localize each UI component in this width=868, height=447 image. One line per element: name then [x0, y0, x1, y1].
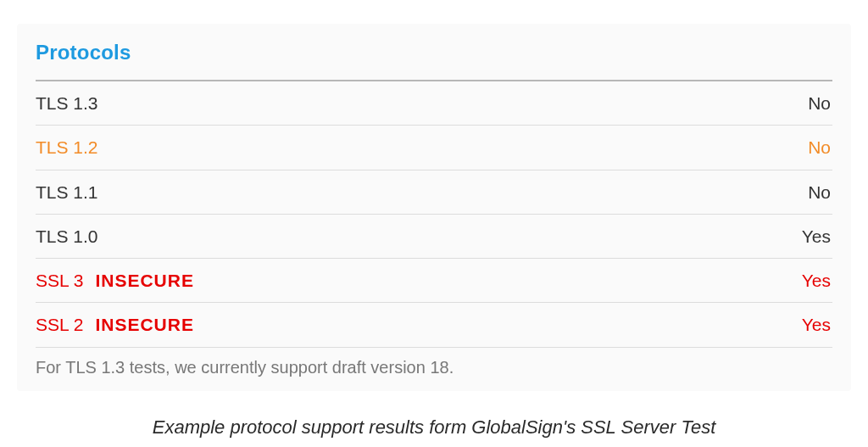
protocol-label: SSL 3 INSECURE [36, 269, 194, 292]
protocol-row: SSL 3 INSECURE Yes [36, 259, 832, 303]
protocol-row: TLS 1.3 No [36, 81, 832, 126]
protocol-row: TLS 1.0 Yes [36, 215, 832, 259]
protocol-label: TLS 1.3 [36, 92, 98, 115]
protocol-name: SSL 3 [36, 269, 83, 292]
insecure-badge: INSECURE [95, 269, 194, 292]
protocol-name: TLS 1.1 [36, 181, 98, 204]
insecure-badge: INSECURE [95, 313, 194, 336]
protocol-label: TLS 1.0 [36, 225, 98, 248]
protocol-value: Yes [802, 225, 831, 248]
protocol-row: SSL 2 INSECURE Yes [36, 303, 832, 347]
protocol-name: TLS 1.3 [36, 92, 98, 115]
protocol-name: SSL 2 [36, 313, 83, 336]
protocol-row: TLS 1.2 No [36, 126, 832, 170]
protocol-label: TLS 1.2 [36, 136, 98, 159]
protocol-value: Yes [802, 313, 831, 336]
figure-caption: Example protocol support results form Gl… [0, 416, 868, 439]
protocol-label: TLS 1.1 [36, 181, 98, 204]
panel-title: Protocols [36, 41, 832, 81]
protocols-panel: Protocols TLS 1.3 No TLS 1.2 No TLS 1.1 … [17, 24, 851, 391]
protocols-note: For TLS 1.3 tests, we currently support … [36, 348, 832, 377]
protocol-label: SSL 2 INSECURE [36, 313, 194, 336]
protocol-value: No [808, 181, 831, 204]
protocol-row: TLS 1.1 No [36, 170, 832, 215]
protocol-value: No [808, 92, 831, 115]
protocol-value: Yes [802, 269, 831, 292]
protocol-name: TLS 1.2 [36, 136, 98, 159]
protocol-value: No [808, 136, 831, 159]
protocol-name: TLS 1.0 [36, 225, 98, 248]
